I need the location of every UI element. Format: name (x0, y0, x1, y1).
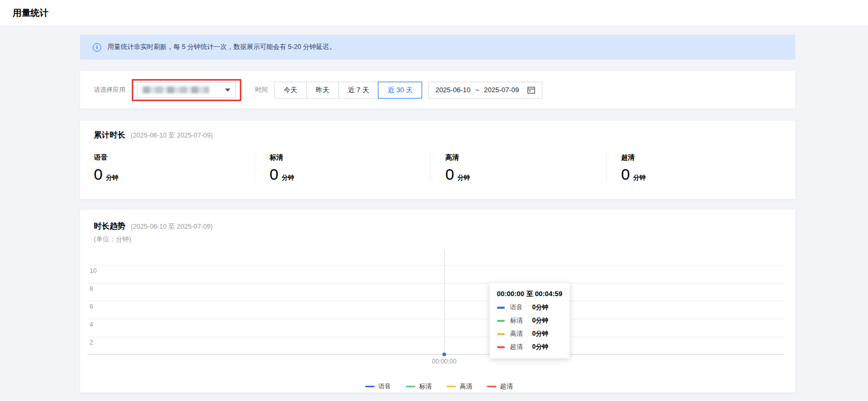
hovered-data-point (442, 353, 446, 356)
trend-card-daterange: (2025-06-10 至 2025-07-09) (131, 222, 213, 231)
stat-value: 0 (445, 167, 454, 182)
stat-unit: 分钟 (633, 173, 646, 182)
chevron-down-icon (225, 89, 230, 92)
series-value: 0分钟 (532, 316, 549, 325)
stat-value: 0 (621, 167, 630, 182)
legend-label: 超清 (500, 382, 513, 391)
gridline (87, 265, 784, 266)
legend-item-sd[interactable]: 标清 (406, 382, 432, 391)
range-button-yesterday[interactable]: 昨天 (306, 82, 339, 99)
series-color-swatch (497, 320, 505, 322)
gridline (87, 283, 784, 283)
y-axis-tick: 10 (90, 267, 96, 275)
gridline (87, 337, 784, 337)
series-value: 0分钟 (532, 343, 549, 351)
trend-chart[interactable]: 10 8 6 4 2 00:00:00 00:00:00 至 00:04:59 … (87, 250, 784, 368)
range-button-today[interactable]: 今天 (274, 82, 307, 99)
date-range-picker[interactable]: 2025-06-10 ~ 2025-07-09 (428, 82, 542, 99)
y-axis-tick: 8 (90, 285, 93, 292)
stat-sd: 标清 0分钟 (255, 153, 431, 182)
app-select-value-redacted (143, 86, 209, 93)
stat-label: 超清 (621, 153, 782, 162)
tooltip-row-uhd: 超清 0分钟 (497, 343, 562, 351)
stat-value: 0 (94, 167, 103, 182)
gridline (87, 301, 784, 301)
info-icon: i (93, 43, 101, 52)
tooltip-row-voice: 语音 0分钟 (497, 303, 562, 312)
legend-label: 高清 (460, 382, 472, 391)
chart-tooltip: 00:00:00 至 00:04:59 语音 0分钟 标清 0分钟 高清 (490, 283, 570, 358)
stat-voice: 语音 0分钟 (94, 153, 255, 182)
time-filter-label: 时间 (255, 85, 268, 94)
axis-pointer-line (444, 250, 445, 354)
legend-color-swatch (406, 386, 415, 388)
series-value: 0分钟 (532, 303, 549, 312)
page-body: i 用量统计非实时刷新，每 5 分钟统计一次，数据展示可能会有 5-20 分钟延… (0, 25, 868, 401)
legend-color-swatch (446, 386, 456, 388)
series-color-swatch (497, 333, 505, 335)
date-range-separator: ~ (475, 86, 480, 94)
stat-label: 高清 (445, 153, 606, 162)
stat-unit: 分钟 (281, 173, 294, 182)
series-name: 标清 (510, 316, 528, 325)
time-range-button-group: 今天 昨天 近 7 天 近 30 天 (274, 82, 422, 99)
red-highlight-box (132, 79, 241, 101)
stat-label: 语音 (94, 153, 255, 162)
y-axis-tick: 2 (90, 339, 93, 346)
stat-unit: 分钟 (106, 173, 119, 182)
date-range-start: 2025-06-10 (435, 86, 471, 94)
chart-unit-note: (单位：分钟) (94, 235, 784, 244)
legend-color-swatch (365, 386, 375, 388)
summary-card-daterange: (2025-06-10 至 2025-07-09) (131, 131, 213, 140)
series-name: 超清 (510, 343, 528, 351)
series-name: 语音 (510, 303, 528, 312)
tooltip-row-hd: 高清 0分钟 (497, 329, 562, 338)
chart-plot-area[interactable]: 10 8 6 4 2 (87, 250, 784, 355)
info-banner: i 用量统计非实时刷新，每 5 分钟统计一次，数据展示可能会有 5-20 分钟延… (80, 35, 795, 60)
app-select-label: 请选择应用 (94, 85, 125, 94)
cumulative-duration-card: 累计时长 (2025-06-10 至 2025-07-09) 语音 0分钟 标清… (80, 121, 795, 199)
series-value: 0分钟 (532, 329, 549, 338)
range-button-7days[interactable]: 近 7 天 (338, 82, 378, 99)
series-color-swatch (497, 346, 505, 348)
series-name: 高清 (510, 329, 528, 338)
calendar-icon[interactable] (527, 86, 535, 94)
y-axis-tick: 4 (90, 321, 93, 328)
stat-hd: 高清 0分钟 (430, 153, 606, 182)
gridline (87, 319, 784, 319)
page-title: 用量统计 (13, 7, 48, 19)
legend-color-swatch (487, 386, 496, 388)
legend-label: 语音 (378, 382, 391, 391)
legend-item-uhd[interactable]: 超清 (487, 382, 513, 391)
x-axis-tick: 00:00:00 (432, 358, 457, 365)
app-select[interactable] (137, 82, 236, 98)
range-button-30days[interactable]: 近 30 天 (378, 82, 422, 99)
summary-stats: 语音 0分钟 标清 0分钟 高清 0分钟 超清 0分钟 (94, 153, 782, 182)
tooltip-row-sd: 标清 0分钟 (497, 316, 562, 325)
filter-bar: 请选择应用 时间 今天 昨天 近 7 天 近 30 天 2025-06-10 ~… (80, 71, 795, 109)
stat-value: 0 (270, 167, 279, 182)
stat-uhd: 超清 0分钟 (606, 153, 782, 182)
trend-card-title: 时长趋势 (94, 221, 125, 231)
info-banner-text: 用量统计非实时刷新，每 5 分钟统计一次，数据展示可能会有 5-20 分钟延迟。 (108, 43, 336, 52)
series-color-swatch (497, 307, 505, 309)
legend-item-voice[interactable]: 语音 (365, 382, 391, 391)
summary-card-title: 累计时长 (94, 130, 125, 140)
stat-label: 标清 (270, 153, 431, 162)
chart-legend: 语音 标清 高清 超清 (94, 382, 784, 391)
stat-unit: 分钟 (457, 173, 470, 182)
duration-trend-card: 时长趋势 (2025-06-10 至 2025-07-09) (单位：分钟) 1… (80, 210, 795, 393)
date-range-end: 2025-07-09 (484, 86, 519, 94)
y-axis-tick: 6 (90, 303, 93, 310)
page-header: 用量统计 (0, 0, 868, 25)
legend-item-hd[interactable]: 高清 (446, 382, 472, 391)
legend-label: 标清 (419, 382, 432, 391)
tooltip-title: 00:00:00 至 00:04:59 (497, 289, 562, 299)
